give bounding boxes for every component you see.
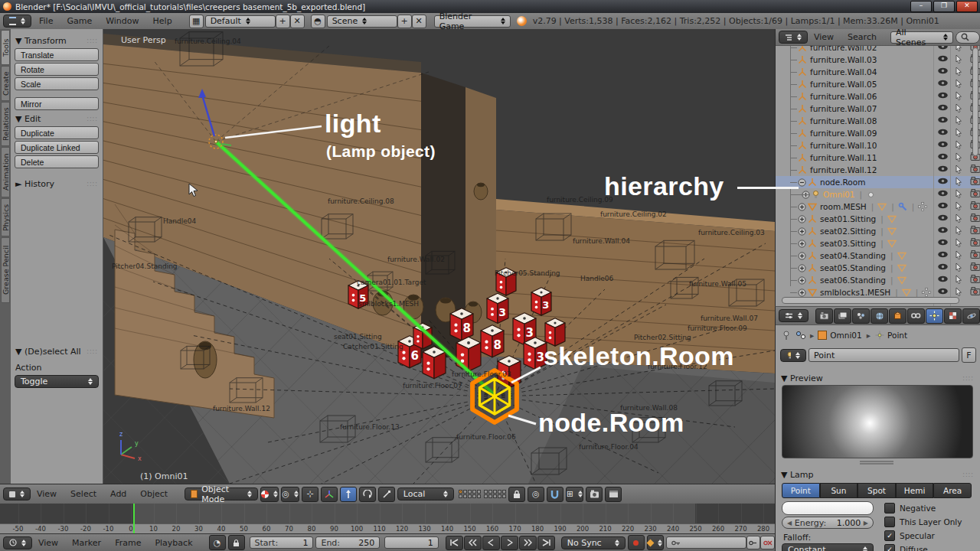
expand-plus-icon[interactable]: [798, 240, 806, 248]
minimize-button[interactable]: –: [910, 1, 932, 12]
toolshelf-tab-create[interactable]: Create: [1, 66, 10, 101]
editor-type-timeline-button[interactable]: [3, 536, 32, 549]
keying-set-selector[interactable]: [647, 535, 664, 550]
lamp-panel-header[interactable]: ▼ Lamp::::: [781, 470, 974, 480]
toolshelf-tab-relations[interactable]: Relations: [1, 102, 10, 146]
outliner-item-label[interactable]: furniture.Wall.08: [810, 116, 877, 126]
properties-tab-texture[interactable]: [944, 308, 962, 324]
properties-tab-scene[interactable]: [852, 308, 870, 324]
expand-plus-icon[interactable]: [798, 203, 806, 211]
snap-element-selector[interactable]: ⊞: [566, 487, 583, 502]
outliner-vertical-scrollbar[interactable]: [972, 47, 978, 156]
outliner-item-label[interactable]: furniture.Wall.10: [810, 141, 877, 150]
maximize-button[interactable]: ❐: [933, 1, 955, 12]
selectability-cursor-icon[interactable]: [951, 287, 967, 297]
menu-window[interactable]: Window: [106, 16, 139, 26]
outliner-item-label[interactable]: furniture.Wall.03: [810, 55, 877, 64]
jump-to-end-button[interactable]: [537, 536, 555, 550]
snap-toggle-button[interactable]: [547, 487, 564, 502]
outliner-row[interactable]: furniture.Wall.10: [776, 139, 980, 152]
screen-layout-icon[interactable]: ▦: [189, 15, 204, 28]
checkbox-unchecked[interactable]: [884, 517, 895, 527]
layer-cell[interactable]: [468, 490, 472, 494]
selectability-cursor-icon[interactable]: [951, 250, 967, 260]
renderability-camera-icon[interactable]: [967, 226, 980, 236]
outliner-item-label[interactable]: furniture.Wall.09: [810, 129, 877, 138]
jump-to-next-keyframe-button[interactable]: [519, 536, 537, 550]
selectability-cursor-icon[interactable]: [951, 152, 967, 162]
outliner-item-label[interactable]: Omni01: [823, 190, 854, 199]
toolshelf-tab-tools[interactable]: Tools: [1, 30, 10, 65]
properties-tab-constraints[interactable]: [907, 308, 925, 324]
render-engine-selector[interactable]: Blender Game: [434, 15, 511, 28]
sync-mode-selector[interactable]: No Sync: [561, 536, 626, 549]
editor-type-properties-button[interactable]: [779, 309, 808, 322]
layer-cell[interactable]: [488, 494, 492, 498]
lamp-type-area[interactable]: Area: [933, 483, 972, 498]
selectability-cursor-icon[interactable]: [951, 165, 967, 174]
outliner-item-label[interactable]: seat01.Sitting: [820, 214, 876, 223]
meshdata-icon[interactable]: [887, 240, 897, 248]
meshdata-icon[interactable]: [897, 264, 906, 272]
expand-plus-icon[interactable]: [798, 276, 806, 285]
layer-cell[interactable]: [463, 494, 467, 498]
edit-panel-header[interactable]: ▼ Edit::::: [15, 114, 98, 124]
active-keying-set-field[interactable]: [666, 536, 746, 549]
toolshelf-tab-grease-pencil[interactable]: Grease Pencil: [1, 237, 10, 303]
wrench-icon[interactable]: [898, 202, 907, 211]
layer-cell[interactable]: [468, 494, 472, 498]
close-scene-button[interactable]: ✕: [412, 15, 426, 28]
start-frame-field[interactable]: Start:1: [250, 536, 314, 549]
insert-keyframe-button[interactable]: [746, 536, 761, 549]
outliner-row[interactable]: seat05.Standing|: [776, 262, 980, 274]
outliner-row[interactable]: furniture.Wall.08: [776, 115, 980, 127]
delete-button[interactable]: Delete: [15, 155, 99, 168]
selectability-cursor-icon[interactable]: [951, 226, 967, 236]
pivot-align-toggle[interactable]: ⊹: [302, 487, 318, 502]
selectability-cursor-icon[interactable]: [951, 116, 967, 126]
visibility-eye-icon[interactable]: [935, 177, 951, 187]
breadcrumb-data[interactable]: Point: [887, 331, 907, 340]
timeline-menu-playback[interactable]: Playback: [155, 538, 192, 548]
visibility-eye-icon[interactable]: [935, 201, 951, 211]
outliner-row[interactable]: furniture.Wall.06: [776, 90, 980, 103]
action-dropdown[interactable]: Toggle: [15, 375, 99, 388]
visibility-eye-icon[interactable]: [935, 189, 951, 199]
outliner-item-label[interactable]: furniture.Wall.06: [810, 92, 877, 101]
translate-button[interactable]: Translate: [15, 48, 99, 61]
lamp-option-this-layer-only[interactable]: This Layer Only: [884, 517, 962, 527]
layer-cell[interactable]: [484, 490, 488, 494]
selectability-cursor-icon[interactable]: [951, 79, 967, 89]
layer-cell[interactable]: [498, 490, 501, 494]
proportional-edit-selector[interactable]: ◎: [528, 487, 544, 502]
properties-tab-world[interactable]: [871, 308, 888, 324]
selectability-cursor-icon[interactable]: [951, 91, 967, 101]
meshdata-icon[interactable]: [902, 289, 911, 297]
energy-slider[interactable]: ◀Energy: 1.000▶: [782, 517, 874, 529]
end-frame-field[interactable]: End:250: [315, 536, 380, 549]
meshdata-icon[interactable]: [887, 215, 897, 223]
properties-tab-render[interactable]: [815, 308, 833, 324]
menu-help[interactable]: Help: [153, 16, 172, 26]
selectability-cursor-icon[interactable]: [951, 214, 967, 223]
viewport-menu-select[interactable]: Select: [70, 489, 96, 499]
outliner-row[interactable]: seat06.Standing|: [776, 274, 980, 286]
outliner-row[interactable]: furniture.Wall.04: [776, 66, 980, 78]
lampdata-icon[interactable]: [866, 190, 876, 200]
outliner-item-label[interactable]: furniture.Wall.12: [810, 165, 877, 174]
timeline-menu-marker[interactable]: Marker: [72, 538, 101, 548]
close-button[interactable]: ✕: [956, 1, 978, 12]
render-opengl-button[interactable]: [586, 487, 603, 502]
transform-panel-header[interactable]: ▼ Transform::::: [15, 36, 98, 46]
selectability-cursor-icon[interactable]: [951, 103, 967, 113]
timeline-editor[interactable]: -50-40-30-20-100102030405060708090100110…: [0, 504, 775, 551]
jump-to-start-button[interactable]: [446, 536, 463, 550]
expand-plus-icon[interactable]: [798, 252, 806, 260]
visibility-eye-icon[interactable]: [935, 287, 951, 297]
outliner-row[interactable]: furniture.Wall.05: [776, 78, 980, 90]
menu-file[interactable]: File: [39, 16, 53, 26]
render-opengl-animation-button[interactable]: [605, 487, 622, 502]
checkbox-checked[interactable]: ✓: [884, 544, 895, 551]
layer-cell[interactable]: [493, 494, 497, 498]
screen-layout-selector[interactable]: Default: [205, 15, 276, 28]
